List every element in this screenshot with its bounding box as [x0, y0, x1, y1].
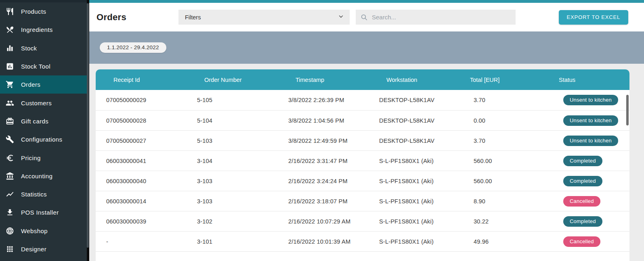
sidebar-item-customers[interactable]: Customers — [0, 94, 89, 112]
receipt-id-cell: 070050000029 — [96, 97, 187, 103]
column-header-workstation[interactable]: Workstation — [369, 77, 463, 83]
table-scrollbar-thumb[interactable] — [626, 95, 629, 125]
sidebar-item-label: Ingredients — [21, 26, 53, 33]
sidebar-item-pricing[interactable]: Pricing — [0, 148, 89, 167]
status-badge: Cancelled — [563, 236, 600, 247]
column-header-order-number[interactable]: Order Number — [187, 77, 278, 83]
download-icon — [5, 208, 14, 217]
workstation-cell: S-L-PF1S80X1 (Aki) — [369, 158, 463, 164]
receipt-id-cell: - — [96, 238, 187, 245]
sidebar-item-pos-installer[interactable]: POS Installer — [0, 203, 89, 221]
total-cell: 8.90 — [463, 198, 551, 205]
gift-card-icon — [5, 117, 14, 125]
timestamp-cell: 2/16/2022 3:24:24 PM — [278, 178, 369, 184]
sidebar-scrollbar-thumb[interactable] — [87, 3, 89, 248]
timestamp-cell: 2/16/2022 10:01:39 AM — [278, 238, 369, 245]
sidebar-item-label: Accounting — [21, 173, 52, 180]
receipt-id-cell: 060030000014 — [96, 198, 187, 205]
date-range-chip[interactable]: 1.1.2022 - 29.4.2022 — [100, 42, 166, 53]
column-header-receipt-id[interactable]: Receipt Id — [96, 77, 187, 83]
globe-icon — [5, 226, 14, 235]
sidebar: Products Ingredients Stock Stock Tool Or — [0, 0, 89, 261]
table-row[interactable]: 070050000027 5-103 3/8/2022 12:49:59 PM … — [96, 130, 629, 150]
sidebar-item-designer[interactable]: Designer — [0, 240, 89, 258]
timestamp-cell: 2/16/2022 3:18:07 PM — [278, 198, 369, 205]
assessment-icon — [5, 62, 14, 71]
table-row[interactable]: 060030000041 3-104 2/16/2022 3:31:47 PM … — [96, 150, 629, 171]
table-header-row: Receipt Id Order Number Timestamp Workst… — [96, 69, 629, 90]
filter-chips-bar: 1.1.2022 - 29.4.2022 — [89, 31, 644, 64]
timestamp-cell: 3/8/2022 12:49:59 PM — [278, 138, 369, 144]
grid-icon — [5, 245, 14, 254]
status-badge: Completed — [563, 216, 602, 227]
search-input[interactable] — [372, 14, 511, 21]
search-box[interactable] — [356, 10, 516, 25]
table-row[interactable]: - 3-101 2/16/2022 10:01:39 AM S-L-PF1S80… — [96, 231, 629, 251]
chevron-down-icon — [338, 13, 344, 21]
timestamp-cell: 3/8/2022 1:04:56 PM — [278, 117, 369, 124]
sidebar-item-gift-cards[interactable]: Gift cards — [0, 112, 89, 130]
sidebar-item-ingredients[interactable]: Ingredients — [0, 21, 89, 39]
sidebar-item-label: Statistics — [21, 191, 47, 198]
wrench-icon — [5, 135, 14, 144]
workstation-cell: S-L-PF1S80X1 (Aki) — [369, 238, 463, 245]
top-accent-strip — [89, 0, 644, 3]
sidebar-item-stock-tool[interactable]: Stock Tool — [0, 57, 89, 75]
sidebar-item-accounting[interactable]: Accounting — [0, 167, 89, 185]
total-cell: 560.00 — [463, 158, 551, 164]
workstation-cell: DESKTOP-L58K1AV — [369, 117, 463, 124]
sidebar-item-configurations[interactable]: Configurations — [0, 130, 89, 148]
euro-icon — [5, 153, 14, 162]
filters-label: Filters — [185, 14, 338, 21]
page-header: Orders Filters EXPORT TO EXCEL — [89, 3, 644, 31]
workstation-cell: S-L-PF1S80X1 (Aki) — [369, 218, 463, 225]
sidebar-item-label: Customers — [21, 100, 52, 106]
total-cell: 3.70 — [463, 97, 551, 103]
workstation-cell: DESKTOP-L58K1AV — [369, 138, 463, 144]
sidebar-item-label: Designer — [21, 246, 46, 253]
sidebar-item-label: Products — [21, 8, 46, 15]
status-badge: Unsent to kitchen — [563, 136, 618, 146]
restaurant-icon — [5, 7, 14, 16]
sidebar-item-orders[interactable]: Orders — [0, 75, 89, 94]
sidebar-item-products[interactable]: Products — [0, 2, 89, 21]
main-area: Orders Filters EXPORT TO EXCEL 1.1.2022 … — [89, 0, 644, 261]
sidebar-item-label: Orders — [21, 81, 40, 88]
timestamp-cell: 2/16/2022 10:07:29 AM — [278, 218, 369, 225]
status-badge: Unsent to kitchen — [563, 95, 618, 105]
sidebar-item-label: Gift cards — [21, 118, 48, 125]
status-badge: Completed — [563, 176, 602, 186]
bar-chart-icon — [5, 44, 14, 52]
column-header-status[interactable]: Status — [551, 77, 629, 83]
sidebar-item-statistics[interactable]: Statistics — [0, 185, 89, 203]
receipt-id-cell: 070050000027 — [96, 138, 187, 144]
timestamp-cell: 3/8/2022 2:26:39 PM — [278, 97, 369, 103]
total-cell: 49.96 — [463, 238, 551, 245]
order-number-cell: 3-101 — [187, 238, 278, 245]
table-row-partial — [96, 251, 629, 261]
shopping-cart-icon — [5, 80, 14, 89]
table-row[interactable]: 060030000040 3-103 2/16/2022 3:24:24 PM … — [96, 171, 629, 191]
page-title: Orders — [96, 12, 126, 23]
order-number-cell: 3-102 — [187, 218, 278, 225]
table-row[interactable]: 070050000028 5-104 3/8/2022 1:04:56 PM D… — [96, 110, 629, 130]
table-row[interactable]: 060030000014 3-103 2/16/2022 3:18:07 PM … — [96, 191, 629, 211]
people-icon — [5, 98, 14, 107]
total-cell: 560.00 — [463, 178, 551, 184]
table-row[interactable]: 060030000039 3-102 2/16/2022 10:07:29 AM… — [96, 211, 629, 231]
order-number-cell: 5-103 — [187, 138, 278, 144]
sidebar-item-stock[interactable]: Stock — [0, 39, 89, 57]
sidebar-item-webshop[interactable]: Webshop — [0, 222, 89, 240]
total-cell: 3.70 — [463, 138, 551, 144]
column-header-timestamp[interactable]: Timestamp — [278, 77, 369, 83]
sidebar-item-label: Configurations — [21, 136, 62, 143]
column-header-total[interactable]: Total [EUR] — [463, 77, 551, 83]
total-cell: 0.00 — [463, 117, 551, 124]
table-row[interactable]: 070050000029 5-105 3/8/2022 2:26:39 PM D… — [96, 90, 629, 110]
filters-dropdown[interactable]: Filters — [178, 10, 350, 25]
bank-icon — [5, 171, 14, 180]
trend-line-icon — [5, 190, 14, 199]
order-number-cell: 3-103 — [187, 198, 278, 205]
receipt-id-cell: 070050000028 — [96, 117, 187, 124]
export-to-excel-button[interactable]: EXPORT TO EXCEL — [559, 10, 628, 25]
